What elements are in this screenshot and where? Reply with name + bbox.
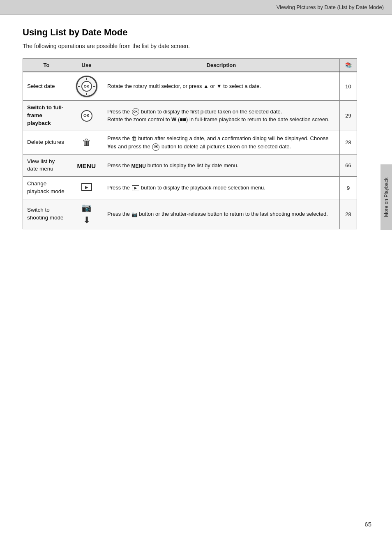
table-row: Select date OK Rotate the rotary multi s… xyxy=(23,72,357,101)
row-desc-fullframe: Press the OK button to display the first… xyxy=(103,101,340,131)
ok-circle-icon: OK xyxy=(81,110,92,122)
row-use-playback xyxy=(70,177,103,199)
tick-right xyxy=(93,86,95,87)
side-tab: More on Playback xyxy=(380,164,392,230)
row-to-select-date: Select date xyxy=(23,72,70,101)
row-ref-viewlist: 66 xyxy=(340,154,357,177)
row-use-shooting: 📷 ⬇ xyxy=(70,199,103,229)
trash-icon: 🗑 xyxy=(82,137,91,148)
camera-icon: 📷 xyxy=(81,203,92,212)
page-number: 65 xyxy=(364,521,371,528)
shutter-release-icon: ⬇ xyxy=(83,215,90,226)
row-to-delete: Delete pictures xyxy=(23,131,70,154)
header-bar: Viewing Pictures by Date (List by Date M… xyxy=(0,0,392,15)
table-header-row: To Use Description 📚 xyxy=(23,59,357,72)
page-title: Using List by Date Mode xyxy=(23,27,357,38)
col-header-use: Use xyxy=(70,59,103,72)
row-desc-playback: Press the button to display the playback… xyxy=(103,177,340,199)
row-ref-delete: 28 xyxy=(340,131,357,154)
menu-text-icon: MENU xyxy=(77,162,96,169)
dual-icon-cell: 📷 ⬇ xyxy=(74,203,99,226)
table-row: Delete pictures 🗑 Press the 🗑 button aft… xyxy=(23,131,357,154)
header-title: Viewing Pictures by Date (List by Date M… xyxy=(277,4,384,10)
table-row: Switch to shooting mode 📷 ⬇ Press the 📷 … xyxy=(23,199,357,229)
inline-ok-icon-2: OK xyxy=(152,143,159,151)
row-to-fullframe: Switch to full-frame playback xyxy=(23,101,70,131)
col-header-description: Description xyxy=(103,59,340,72)
inline-menu-icon: MENU xyxy=(131,163,146,168)
subtitle: The following operations are possible fr… xyxy=(23,43,357,49)
row-desc-select-date: Rotate the rotary multi selector, or pre… xyxy=(103,72,340,101)
inline-play-icon xyxy=(132,185,139,191)
row-use-viewlist: MENU xyxy=(70,154,103,177)
row-to-viewlist: View list by date menu xyxy=(23,154,70,177)
row-desc-viewlist: Press the MENU button to display the lis… xyxy=(103,154,340,177)
main-table: To Use Description 📚 Select date xyxy=(23,58,357,229)
row-to-shooting: Switch to shooting mode xyxy=(23,199,70,229)
play-button-icon xyxy=(81,183,92,191)
table-row: Change playback mode Press the button to… xyxy=(23,177,357,199)
inner-ok: OK xyxy=(81,81,92,92)
row-use-select-date: OK xyxy=(70,72,103,101)
inline-camera-icon: 📷 xyxy=(131,212,138,217)
page-container: Viewing Pictures by Date (List by Date M… xyxy=(0,0,392,540)
row-desc-delete: Press the 🗑 button after selecting a dat… xyxy=(103,131,340,154)
side-tab-label: More on Playback xyxy=(383,178,389,217)
row-use-fullframe: OK xyxy=(70,101,103,131)
main-content: Using List by Date Mode The following op… xyxy=(0,15,380,254)
tick-left xyxy=(78,86,80,87)
table-row: View list by date menu MENU Press the ME… xyxy=(23,154,357,177)
rotary-ok-icon: OK xyxy=(76,76,97,97)
row-use-delete: 🗑 xyxy=(70,131,103,154)
col-header-ref: 📚 xyxy=(340,59,357,72)
row-desc-shooting: Press the 📷 button or the shutter-releas… xyxy=(103,199,340,229)
row-ref-fullframe: 29 xyxy=(340,101,357,131)
row-ref-playback: 9 xyxy=(340,177,357,199)
row-ref-shooting: 28 xyxy=(340,199,357,229)
row-ref-select-date: 10 xyxy=(340,72,357,101)
tick-bottom xyxy=(86,93,87,95)
col-header-to: To xyxy=(23,59,70,72)
inline-ok-icon: OK xyxy=(132,108,139,115)
inline-trash-icon: 🗑 xyxy=(131,134,137,143)
tick-top xyxy=(86,78,87,80)
row-to-playback: Change playback mode xyxy=(23,177,70,199)
table-row: Switch to full-frame playback OK Press t… xyxy=(23,101,357,131)
